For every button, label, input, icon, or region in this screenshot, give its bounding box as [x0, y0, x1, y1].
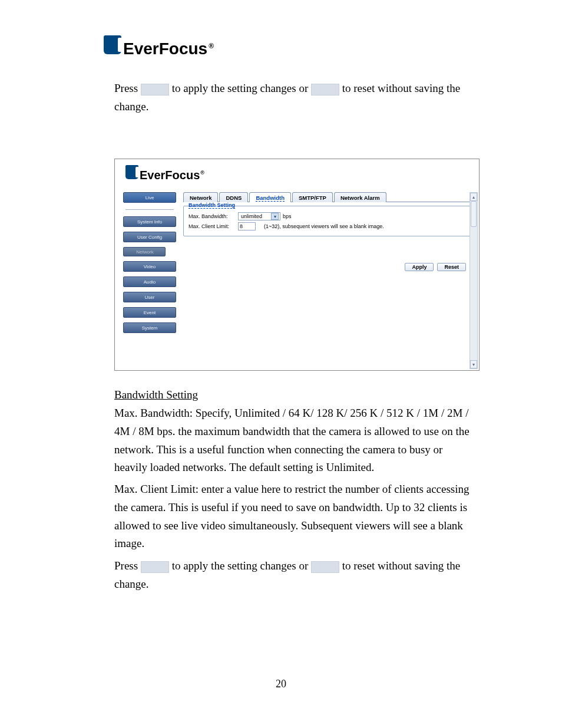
fieldset-legend: Bandwidth Setting — [187, 202, 237, 208]
scroll-thumb[interactable] — [471, 201, 477, 227]
row-max-client: Max. Client Limit: 8 (1~32), subsequent … — [189, 222, 467, 230]
registered-icon: ® — [209, 42, 214, 50]
reset-placeholder-icon — [311, 84, 339, 95]
brand-logo: EverFocus® — [104, 35, 214, 58]
apply-button[interactable]: Apply — [405, 263, 434, 271]
input-max-client[interactable]: 8 — [238, 222, 256, 230]
config-screenshot: EverFocus® Live System Info User Config … — [114, 159, 480, 371]
reset-placeholder-icon — [311, 561, 339, 573]
t: to apply the setting changes or — [169, 82, 311, 94]
section-heading: Bandwidth Setting — [114, 386, 472, 404]
brand-mark-icon — [125, 165, 138, 179]
divider — [125, 209, 174, 210]
tab-network[interactable]: Network — [183, 192, 218, 202]
scrollbar[interactable]: ▴ ▾ — [470, 192, 478, 369]
select-value: unlimited — [241, 213, 262, 219]
sidebar-item-audio[interactable]: Audio — [123, 276, 176, 287]
t: Press — [114, 559, 141, 572]
action-buttons: Apply Reset — [405, 263, 466, 271]
sidebar-item-system[interactable]: System — [123, 322, 176, 333]
select-max-bandwidth[interactable]: unlimited ▾ — [238, 212, 280, 220]
brand-text: EverFocus — [140, 169, 200, 182]
t: to apply the setting changes or — [169, 559, 311, 572]
tab-label: Bandwidth — [256, 195, 285, 202]
hint-max-client: (1~32), subsequent viewers will see a bl… — [264, 223, 384, 229]
tab-network-alarm[interactable]: Network Alarm — [334, 192, 386, 202]
tab-bandwidth[interactable]: Bandwidth — [249, 192, 291, 202]
content-pane: Network DDNS Bandwidth SMTP/FTP Network … — [183, 192, 472, 367]
unit-bps: bps — [283, 213, 292, 219]
apply-placeholder-icon — [141, 84, 169, 95]
sidebar-item-user-config[interactable]: User Config — [123, 232, 176, 242]
shot-brand-logo: EverFocus® — [125, 165, 204, 182]
sidebar-item-video[interactable]: Video — [123, 261, 176, 272]
chevron-down-icon: ▾ — [271, 213, 279, 220]
registered-icon: ® — [200, 170, 204, 176]
row-max-bandwidth: Max. Bandwidth: unlimited ▾ bps — [189, 212, 467, 220]
tab-ddns[interactable]: DDNS — [219, 192, 248, 202]
brand-text: EverFocus — [123, 39, 207, 58]
page-number: 20 — [0, 678, 562, 690]
brand-mark-icon — [104, 35, 121, 54]
t: Press — [114, 82, 141, 94]
closing-paragraph: Press to apply the setting changes or to… — [114, 557, 472, 594]
scroll-down-icon[interactable]: ▾ — [470, 360, 477, 368]
legend-text: Bandwidth Setting — [189, 202, 235, 209]
intro-paragraph: Press to apply the setting changes or to… — [114, 80, 472, 116]
sidebar-item-user[interactable]: User — [123, 292, 176, 302]
sidebar-item-system-info[interactable]: System Info — [123, 216, 176, 227]
reset-button[interactable]: Reset — [437, 263, 466, 271]
bandwidth-fieldset: Bandwidth Setting Max. Bandwidth: unlimi… — [183, 206, 472, 236]
tab-bar: Network DDNS Bandwidth SMTP/FTP Network … — [183, 192, 472, 202]
tab-smtp-ftp[interactable]: SMTP/FTP — [292, 192, 333, 202]
label-max-bandwidth: Max. Bandwidth: — [189, 213, 238, 219]
sidebar-item-network[interactable]: Network — [123, 247, 166, 256]
sidebar-item-event[interactable]: Event — [123, 307, 176, 318]
apply-placeholder-icon — [141, 561, 169, 573]
sidebar: Live System Info User Config Network Vid… — [123, 192, 176, 333]
label-max-client: Max. Client Limit: — [189, 223, 238, 229]
paragraph-max-bandwidth: Max. Bandwidth: Specify, Unlimited / 64 … — [114, 404, 472, 477]
paragraph-max-client: Max. Client Limit: enter a value here to… — [114, 480, 472, 553]
sidebar-item-live[interactable]: Live — [123, 192, 176, 203]
heading-text: Bandwidth Setting — [114, 388, 198, 401]
scroll-up-icon[interactable]: ▴ — [470, 193, 477, 201]
